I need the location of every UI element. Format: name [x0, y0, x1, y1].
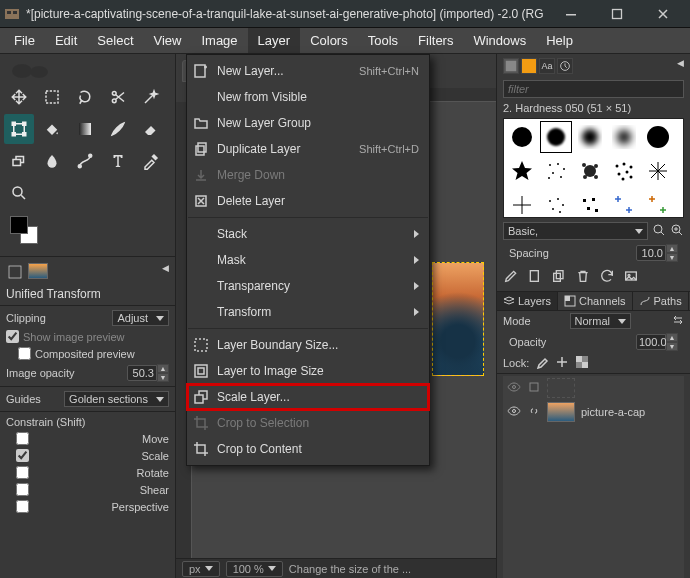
brush-filter-input[interactable]: [503, 80, 684, 98]
svg-point-27: [647, 126, 669, 148]
tool-paintbrush[interactable]: [103, 114, 133, 144]
tool-color-picker[interactable]: [136, 146, 166, 176]
link-icon[interactable]: [527, 380, 541, 396]
layer-name[interactable]: picture-a-cap: [581, 406, 645, 418]
brush-dock-menu-icon[interactable]: ◀: [677, 58, 684, 74]
brush-zoom-out-icon[interactable]: [652, 223, 666, 240]
tab-channels[interactable]: Channels: [558, 292, 632, 310]
brush-grid[interactable]: [503, 118, 684, 218]
tab-paths[interactable]: Paths: [633, 292, 689, 310]
brush-tab-font[interactable]: Aa: [539, 58, 555, 74]
constrain-rotate-checkbox[interactable]: [16, 466, 29, 479]
image-opacity-spin[interactable]: 50.3 ▲▼: [127, 364, 169, 382]
tool-path[interactable]: [70, 146, 100, 176]
tool-text[interactable]: [103, 146, 133, 176]
color-swatches[interactable]: [10, 216, 48, 248]
fit-icon: [193, 363, 209, 379]
brush-zoom-in-icon[interactable]: [670, 223, 684, 240]
tool-zoom[interactable]: [4, 178, 34, 208]
tab-layers[interactable]: Layers: [497, 292, 558, 310]
mode-switch-icon[interactable]: [670, 313, 684, 329]
brush-tab-1[interactable]: [503, 58, 519, 74]
menu-scale-layer[interactable]: Scale Layer...: [187, 384, 429, 410]
menu-new-from-visible[interactable]: New from Visible: [187, 84, 429, 110]
lock-alpha-icon[interactable]: [575, 355, 589, 371]
brush-delete-icon[interactable]: [575, 268, 591, 287]
minimize-button[interactable]: [548, 0, 594, 28]
brush-open-as-image-icon[interactable]: [623, 268, 639, 287]
mode-select[interactable]: Normal: [570, 313, 631, 329]
guides-select[interactable]: Golden sections: [64, 391, 169, 407]
layer-row-floating[interactable]: [503, 376, 684, 400]
clipping-select[interactable]: Adjust: [112, 310, 169, 326]
constrain-move-checkbox[interactable]: [16, 432, 29, 445]
brush-preset-select[interactable]: Basic,: [503, 222, 648, 240]
tool-free-select[interactable]: [70, 82, 100, 112]
svg-point-81: [513, 386, 516, 389]
composited-preview-checkbox[interactable]: [18, 347, 31, 360]
menu-crop-to-content[interactable]: Crop to Content: [187, 436, 429, 462]
tool-wand[interactable]: [136, 82, 166, 112]
opacity-spin[interactable]: 100.0▲▼: [636, 333, 678, 351]
close-button[interactable]: [640, 0, 686, 28]
tool-scissors[interactable]: [103, 82, 133, 112]
tool-move[interactable]: [4, 82, 34, 112]
brush-tab-2[interactable]: [521, 58, 537, 74]
show-image-preview-row[interactable]: Show image preview: [0, 328, 175, 345]
tool-gradient[interactable]: [70, 114, 100, 144]
tool-unified-transform[interactable]: [4, 114, 34, 144]
show-image-preview-checkbox[interactable]: [6, 330, 19, 343]
menu-delete-layer[interactable]: Delete Layer: [187, 188, 429, 214]
status-unit-select[interactable]: px: [182, 561, 220, 577]
constrain-scale-checkbox[interactable]: [16, 449, 29, 462]
tool-smudge[interactable]: [37, 146, 67, 176]
menu-transparency[interactable]: Transparency: [187, 273, 429, 299]
foreground-color-swatch[interactable]: [10, 216, 28, 234]
visibility-icon[interactable]: [507, 380, 521, 396]
canvas-image[interactable]: [432, 262, 484, 376]
menu-new-layer-group[interactable]: New Layer Group: [187, 110, 429, 136]
spacing-spin[interactable]: 10.0▲▼: [636, 244, 678, 262]
lock-position-icon[interactable]: [555, 355, 569, 371]
tool-rect-select[interactable]: [37, 82, 67, 112]
brush-edit-icon[interactable]: [503, 268, 519, 287]
menu-windows[interactable]: Windows: [463, 28, 536, 53]
menu-filters[interactable]: Filters: [408, 28, 463, 53]
menu-layer-to-image-size[interactable]: Layer to Image Size: [187, 358, 429, 384]
maximize-button[interactable]: [594, 0, 640, 28]
brush-new-icon[interactable]: [527, 268, 543, 287]
menu-edit[interactable]: Edit: [45, 28, 87, 53]
lock-pixels-icon[interactable]: [535, 355, 549, 371]
menu-image[interactable]: Image: [191, 28, 247, 53]
menu-duplicate-layer[interactable]: Duplicate Layer Shift+Ctrl+D: [187, 136, 429, 162]
constrain-shear-checkbox[interactable]: [16, 483, 29, 496]
menu-tools[interactable]: Tools: [358, 28, 408, 53]
brush-duplicate-icon[interactable]: [551, 268, 567, 287]
tool-options-tab-icon[interactable]: [6, 263, 24, 281]
visibility-icon[interactable]: [507, 404, 521, 420]
link-icon[interactable]: [527, 404, 541, 420]
menu-transform[interactable]: Transform: [187, 299, 429, 325]
image-thumb-icon[interactable]: [28, 263, 48, 279]
menu-view[interactable]: View: [144, 28, 192, 53]
menu-layer-boundary-size[interactable]: Layer Boundary Size...: [187, 332, 429, 358]
spacing-label: Spacing: [509, 247, 549, 259]
tool-eraser[interactable]: [136, 114, 166, 144]
layer-row[interactable]: picture-a-cap: [503, 400, 684, 424]
menu-select[interactable]: Select: [87, 28, 143, 53]
menu-mask[interactable]: Mask: [187, 247, 429, 273]
dock-menu-icon[interactable]: ◀: [162, 263, 169, 281]
composited-preview-row[interactable]: Composited preview: [0, 345, 175, 362]
tool-clone[interactable]: [4, 146, 34, 176]
tool-bucket-fill[interactable]: [37, 114, 67, 144]
menu-colors[interactable]: Colors: [300, 28, 358, 53]
brush-refresh-icon[interactable]: [599, 268, 615, 287]
brush-tab-history[interactable]: [557, 58, 573, 74]
menu-help[interactable]: Help: [536, 28, 583, 53]
menu-stack[interactable]: Stack: [187, 221, 429, 247]
menu-layer[interactable]: Layer: [248, 28, 301, 53]
constrain-perspective-checkbox[interactable]: [16, 500, 29, 513]
menu-new-layer[interactable]: New Layer... Shift+Ctrl+N: [187, 58, 429, 84]
menu-file[interactable]: File: [4, 28, 45, 53]
status-zoom-select[interactable]: 100 %: [226, 561, 283, 577]
